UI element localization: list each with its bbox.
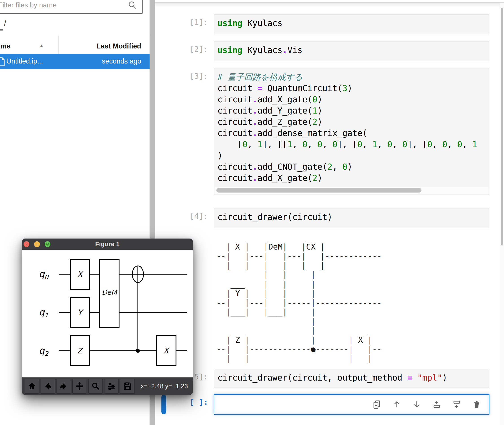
listing-header-divider — [0, 35, 149, 35]
breadcrumb[interactable]: / — [4, 18, 6, 28]
forward-button[interactable] — [57, 379, 71, 394]
ascii-circuit-output: ___ ___ ___ | X | |DeM| |CX | --| |---| … — [216, 233, 382, 363]
code-line: [0, 1], [[1, 0, 0, 0], [0, 1, 0, 0], [0,… — [218, 139, 489, 150]
move-cell-up-icon[interactable] — [392, 400, 401, 409]
file-name: Untitled.ip... — [6, 57, 43, 65]
code-cell-editor[interactable]: using Kyulacs.Vis — [214, 41, 489, 61]
notebook-cell: [2]:using Kyulacs.Vis — [155, 41, 504, 61]
pan-button[interactable] — [72, 379, 87, 394]
save-button[interactable] — [120, 379, 135, 394]
code-line: using Kyulacs — [218, 18, 489, 29]
move-cell-down-icon[interactable] — [412, 400, 421, 409]
notebook-cell: [ ]: — [155, 394, 504, 415]
code-cell-editor[interactable]: circuit_drawer(circuit, output_method = … — [214, 369, 489, 388]
code-line: circuit.add_dense_matrix_gate( — [218, 128, 489, 139]
notebook-cell: [5]:circuit_drawer(circuit, output_metho… — [155, 369, 504, 388]
qubit-label-q2: q2 — [39, 345, 49, 357]
cnot-control-dot — [136, 349, 140, 353]
figure-window-titlebar[interactable]: × − ⊘ Figure 1 — [22, 239, 193, 250]
home-button[interactable] — [25, 379, 39, 394]
close-window-icon[interactable]: × — [24, 241, 29, 247]
notebook-file-icon — [0, 57, 5, 67]
code-line: circuit_drawer(circuit, output_method = … — [218, 372, 489, 384]
zoom-window-icon[interactable]: ⊘ — [45, 241, 51, 247]
notebook-scrollbar-thumb[interactable] — [501, 8, 503, 246]
cell-prompt: [3]: — [155, 68, 208, 80]
code-line: # 量子回路を構成する — [218, 72, 489, 83]
notebook-panel: [1]:using Kyulacs[2]:using Kyulacs.Vis[3… — [155, 0, 504, 425]
code-line: circuit.add_Y_gate(1) — [218, 105, 489, 116]
cursor-coordinates: x=−2.48 y=−1.23 — [141, 378, 188, 395]
horizontal-scrollbar[interactable] — [214, 187, 489, 194]
zoom-rect-button[interactable] — [88, 379, 103, 394]
file-modified-time: seconds ago — [102, 57, 141, 65]
breadcrumb-folder-icon — [0, 21, 3, 31]
active-cell-collapser[interactable] — [162, 395, 166, 414]
horizontal-scrollbar-thumb[interactable] — [216, 188, 421, 193]
delete-cell-icon[interactable] — [472, 400, 481, 409]
subplot-config-button[interactable] — [104, 379, 119, 394]
filter-files-input[interactable] — [0, 0, 124, 12]
code-line: circuit_drawer(circuit) — [218, 212, 489, 223]
qubit-label-q0: q0 — [39, 269, 49, 280]
code-cell-editor[interactable]: using Kyulacs — [214, 14, 489, 34]
notebook-scrollbar-track[interactable] — [500, 3, 504, 425]
notebook-cell: [1]:using Kyulacs — [155, 14, 504, 34]
duplicate-cell-icon[interactable] — [372, 400, 381, 409]
cell-hover-toolbar — [372, 400, 481, 409]
insert-cell-below-icon[interactable] — [452, 400, 461, 409]
code-cell-editor[interactable]: # 量子回路を構成するcircuit = QuantumCircuit(3)ci… — [214, 68, 489, 195]
notebook-cell: [4]:circuit_drawer(circuit) — [155, 208, 504, 228]
figure-canvas: q0 q1 q2 X DeM Y Z X — [22, 250, 193, 378]
code-line: circuit = QuantumCircuit(3) — [218, 83, 489, 94]
back-button[interactable] — [41, 379, 55, 394]
search-icon — [128, 0, 137, 10]
code-line: ) — [218, 150, 489, 161]
filter-files-box — [0, 0, 142, 14]
empty-code-cell[interactable] — [214, 394, 489, 415]
column-divider — [58, 35, 58, 54]
code-cell-editor[interactable]: circuit_drawer(circuit) — [214, 208, 489, 228]
matplotlib-figure-window[interactable]: × − ⊘ Figure 1 q0 — [22, 239, 193, 395]
code-line: circuit.add_CNOT_gate(2, 0) — [218, 161, 489, 173]
column-header-name[interactable]: Name — [0, 42, 10, 50]
qubit-label-q1: q1 — [39, 307, 48, 319]
gate-label: DeM — [102, 288, 118, 296]
insert-cell-above-icon[interactable] — [432, 400, 441, 409]
column-header-last-modified[interactable]: Last Modified — [97, 42, 141, 50]
cell-prompt: [1]: — [155, 14, 208, 27]
code-line: circuit.add_X_gate(2) — [218, 173, 489, 184]
notebook-cell: [3]:# 量子回路を構成するcircuit = QuantumCircuit(… — [155, 68, 504, 195]
jupyterlab-screen: / Name ▲ Last Modified Untitled.ip... se… — [0, 0, 504, 425]
code-line: circuit.add_X_gate(0) — [218, 94, 489, 105]
file-row-selected[interactable]: Untitled.ip... seconds ago — [0, 54, 149, 69]
code-line: circuit.add_Z_gate(2) — [218, 116, 489, 128]
cell-prompt: [4]: — [155, 208, 208, 221]
cell-prompt: [2]: — [155, 41, 208, 54]
figure-toolbar: x=−2.48 y=−1.23 — [22, 378, 193, 395]
quantum-circuit-plot: q0 q1 q2 X DeM Y Z X — [22, 250, 193, 378]
sort-ascending-icon[interactable]: ▲ — [39, 43, 44, 48]
minimize-window-icon[interactable]: − — [34, 241, 40, 247]
code-line: using Kyulacs.Vis — [218, 45, 489, 56]
